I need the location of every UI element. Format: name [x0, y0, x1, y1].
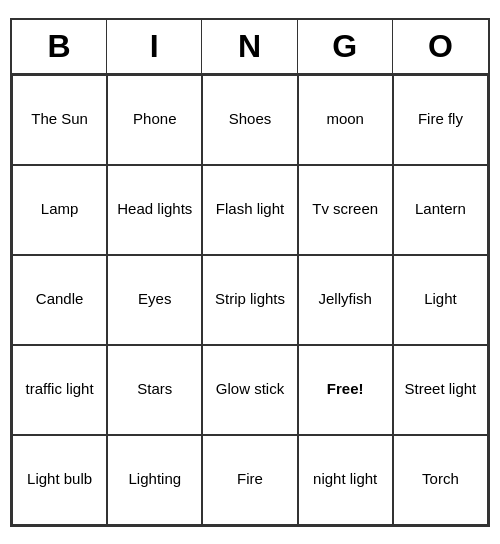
bingo-cell-16[interactable]: Stars	[107, 345, 202, 435]
bingo-cell-23[interactable]: night light	[298, 435, 393, 525]
bingo-cell-19[interactable]: Street light	[393, 345, 488, 435]
bingo-card: B I N G O The SunPhoneShoesmoonFire flyL…	[10, 18, 490, 527]
bingo-header: B I N G O	[12, 20, 488, 75]
bingo-cell-10[interactable]: Candle	[12, 255, 107, 345]
bingo-cell-9[interactable]: Lantern	[393, 165, 488, 255]
bingo-cell-22[interactable]: Fire	[202, 435, 297, 525]
bingo-cell-1[interactable]: Phone	[107, 75, 202, 165]
header-b: B	[12, 20, 107, 73]
bingo-cell-15[interactable]: traffic light	[12, 345, 107, 435]
bingo-cell-13[interactable]: Jellyfish	[298, 255, 393, 345]
header-o: O	[393, 20, 488, 73]
bingo-cell-8[interactable]: Tv screen	[298, 165, 393, 255]
bingo-cell-5[interactable]: Lamp	[12, 165, 107, 255]
bingo-grid: The SunPhoneShoesmoonFire flyLampHead li…	[12, 75, 488, 525]
bingo-cell-14[interactable]: Light	[393, 255, 488, 345]
bingo-cell-12[interactable]: Strip lights	[202, 255, 297, 345]
bingo-cell-7[interactable]: Flash light	[202, 165, 297, 255]
bingo-cell-3[interactable]: moon	[298, 75, 393, 165]
header-n: N	[202, 20, 297, 73]
bingo-cell-11[interactable]: Eyes	[107, 255, 202, 345]
bingo-cell-6[interactable]: Head lights	[107, 165, 202, 255]
header-g: G	[298, 20, 393, 73]
bingo-cell-2[interactable]: Shoes	[202, 75, 297, 165]
bingo-cell-0[interactable]: The Sun	[12, 75, 107, 165]
bingo-cell-4[interactable]: Fire fly	[393, 75, 488, 165]
bingo-cell-17[interactable]: Glow stick	[202, 345, 297, 435]
bingo-cell-24[interactable]: Torch	[393, 435, 488, 525]
bingo-cell-18[interactable]: Free!	[298, 345, 393, 435]
bingo-cell-21[interactable]: Lighting	[107, 435, 202, 525]
header-i: I	[107, 20, 202, 73]
bingo-cell-20[interactable]: Light bulb	[12, 435, 107, 525]
